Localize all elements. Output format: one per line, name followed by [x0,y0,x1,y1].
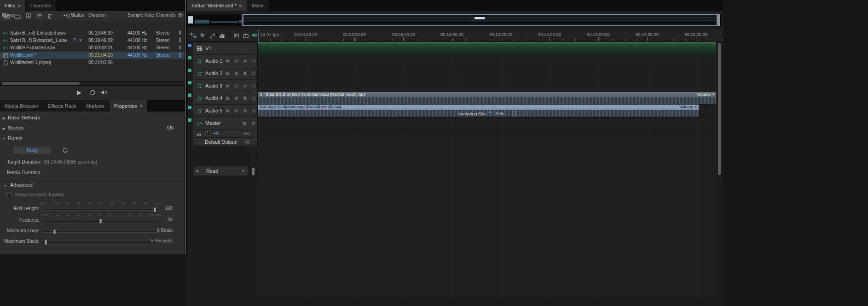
col-sample-rate[interactable]: Sample Rate [127,12,154,18]
solo-button[interactable]: S [233,58,239,64]
monitor-input-button[interactable]: I [251,71,257,76]
track-header-scrollbar[interactable] [251,146,255,176]
track-header-master[interactable]: Master M S [187,117,258,129]
file-row[interactable]: Sabri B...f) Extracted_1.wav × 00:19:46:… [0,37,185,44]
punch-in-icon[interactable] [242,32,249,39]
mute-button[interactable]: M [225,95,231,101]
retry-analysis-icon[interactable] [62,147,69,154]
solo-button[interactable]: S [233,83,239,89]
track-header-audio3[interactable]: Audio 3 M S R I [187,80,258,92]
solo-button[interactable]: S [233,71,239,76]
panel-menu-icon[interactable]: ≡ [18,3,21,8]
ruler-minor-ticks[interactable] [258,39,723,41]
import-file-icon[interactable] [25,12,32,20]
scrollbar-thumb[interactable] [718,43,721,175]
collapse-arrow-icon[interactable]: ▶ [3,127,5,130]
maximum-slack-slider[interactable] [42,242,159,243]
play-button[interactable]: ▶ [77,89,81,96]
expand-arrow-icon[interactable]: ▼ [4,184,7,187]
time-selection-tool-icon[interactable] [190,32,197,39]
record-arm-button[interactable]: R [242,108,248,114]
solo-button[interactable]: S [233,108,239,114]
monitoring-icon[interactable] [243,131,250,136]
tab-editor[interactable]: Editor: Wildlife.xml * ≡ [187,0,247,11]
minimum-loop-slider[interactable] [42,231,159,233]
files-horizontal-scrollbar[interactable] [0,81,184,86]
record-arm-button[interactable]: R [242,71,248,76]
mute-button[interactable]: M [242,120,248,126]
tab-mixer[interactable]: Mixer [247,0,269,11]
razor-tool-icon[interactable] [209,32,216,39]
audio-clip-track4[interactable]: s - Bhar Do Jholi Meri Ya Muhammad (Rash… [258,92,716,104]
track-list-icon[interactable] [36,12,43,20]
monitor-input-button[interactable]: I [251,58,257,64]
stretch-to-exact-duration-checkbox[interactable] [6,192,12,197]
panel-menu-icon[interactable]: ≡ [140,103,143,108]
file-row-selected[interactable]: Wildlife.xml * 00:21:04:10 44100 Hz Ster… [0,52,185,59]
record-arm-button[interactable]: R [242,83,248,89]
metronome-icon[interactable] [251,32,259,39]
edit-length-slider-thumb[interactable] [154,207,156,212]
scrollbar-thumb[interactable] [2,82,80,85]
track-header-audio1[interactable]: Audio 1 M S R I [187,55,258,67]
clip-header[interactable]: s - Bhar Do Jholi Meri Ya Muhammad (Rash… [258,92,716,97]
navigator-right-handle[interactable] [717,14,720,26]
collapse-arrow-icon[interactable]: ▶ [3,117,5,120]
tab-media-browser[interactable]: Media Browser [0,100,43,112]
fx-icon[interactable]: fx [201,32,205,38]
cancel-task-icon[interactable]: × [79,37,82,44]
open-file-icon[interactable] [14,12,21,20]
track-header-audio2[interactable]: Audio 2 M S R I [187,67,258,80]
file-row[interactable]: Wildlife/test-2.prproj 00:21:03:06 [0,59,185,66]
record-arm-button[interactable]: R [242,58,248,64]
auto-play-button[interactable] [100,89,108,96]
clip-waveform[interactable] [258,97,716,104]
section-advanced[interactable]: Advanced [10,182,33,188]
timeline-lanes[interactable]: s - Bhar Do Jholi Meri Ya Muhammad (Rash… [258,42,717,297]
monitor-input-button[interactable]: I [251,95,257,101]
metering-icon[interactable] [218,32,226,39]
solo-button[interactable]: S [250,120,256,126]
tab-properties[interactable]: Properties ≡ [110,100,147,112]
panel-menu-icon[interactable]: ≡ [239,3,242,8]
tab-markers[interactable]: Markers [81,100,109,112]
track-header-audio5[interactable]: Audio 5 M S R I [187,105,258,117]
section-stretch[interactable]: Stretch [8,125,24,130]
track-header-audio4[interactable]: Audio 4 M S R I [187,92,258,105]
col-status[interactable]: Status [71,12,84,18]
solo-button[interactable]: S [233,95,239,101]
section-basic-settings[interactable]: Basic Settings [8,115,40,120]
sort-ascending-icon[interactable]: ▲ [63,12,66,18]
cancel-analysis-button[interactable]: × [512,111,517,116]
mute-button[interactable]: M [225,108,231,114]
video-clip[interactable] [258,42,716,54]
edit-length-slider[interactable] [42,209,159,211]
zoom-navigator[interactable] [187,14,721,26]
output-label[interactable]: Default Output [205,138,236,146]
automation-mode-dropdown[interactable]: ▶ Read ▼ [193,166,249,176]
tab-favorites[interactable]: Favorites [26,0,56,11]
master-gain-value[interactable]: +0 [214,129,219,138]
chevron-right-icon[interactable]: ▶ [197,166,199,176]
tab-files[interactable]: Files ≡ [0,0,25,11]
no-output-icon[interactable] [244,139,250,145]
scrollbar-thumb[interactable] [252,168,255,175]
session-markers-icon[interactable] [233,32,240,39]
volume-knob[interactable] [205,130,211,136]
loop-playback-button[interactable] [89,89,97,96]
monitor-input-button[interactable]: I [251,83,257,89]
maximum-slack-slider-thumb[interactable] [45,240,47,245]
clip-volume-control[interactable]: Volume ▼ [697,92,715,97]
col-name[interactable]: Name [2,12,14,18]
monitor-input-button[interactable]: I [251,108,257,114]
features-slider-thumb[interactable] [99,219,102,224]
tab-effects-rack[interactable]: Effects Rack [43,100,81,112]
trash-icon[interactable] [46,12,53,20]
col-channels[interactable]: Channels [156,12,175,18]
file-row[interactable]: Sabri B...nif) Extracted.wav 00:19:46:09… [0,29,185,37]
mute-button[interactable]: M [225,71,231,76]
clip-volume-control[interactable]: Volume ▼ [679,105,697,110]
mute-button[interactable]: M [225,58,231,64]
navigator-left-handle[interactable] [242,14,243,26]
mute-button[interactable]: M [225,83,231,89]
